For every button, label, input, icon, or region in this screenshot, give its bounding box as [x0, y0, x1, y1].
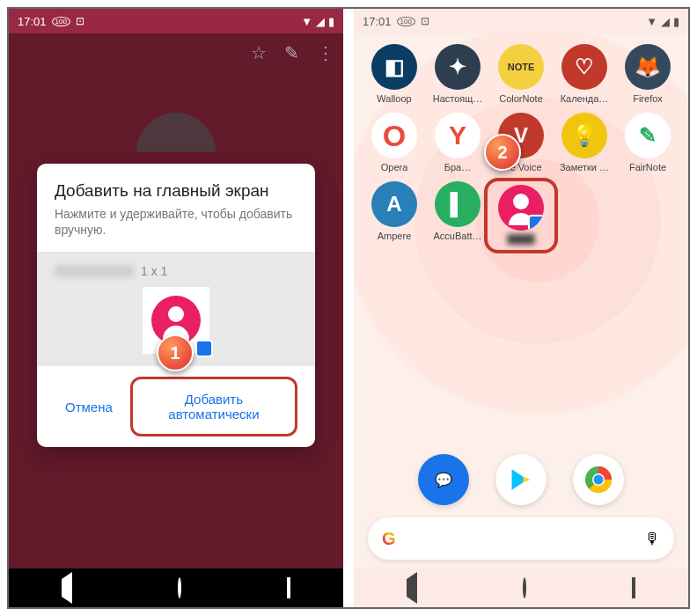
cancel-button[interactable]: Отмена	[55, 377, 123, 436]
nav-home-icon[interactable]	[523, 579, 526, 598]
google-search-bar[interactable]: G 🎙	[368, 517, 674, 560]
dock: 💬 G 🎙	[354, 454, 688, 568]
app-ampere[interactable]: AAmpere	[364, 181, 424, 248]
app-yandex[interactable]: YБра…	[428, 113, 488, 172]
nav-back-icon[interactable]	[62, 579, 72, 598]
status-bar: 17:01 100 ⊡ ▼ ◢ ▮	[9, 9, 343, 33]
nav-home-icon[interactable]	[178, 579, 181, 598]
age-badge-icon: 100	[52, 17, 70, 26]
step-marker-2: 2	[484, 134, 521, 171]
app-firefox[interactable]: 🦊Firefox	[618, 44, 678, 104]
dialog-subtitle: Нажмите и удерживайте, чтобы добавить вр…	[55, 206, 297, 238]
add-automatically-button[interactable]: Добавить автоматически	[140, 385, 288, 429]
tutorial-highlight-1: Добавить автоматически	[130, 377, 297, 436]
app-notes[interactable]: 💡Заметки …	[554, 113, 614, 172]
nav-bar	[354, 568, 688, 607]
app-contact-shortcut[interactable]: ████	[484, 178, 558, 253]
cast-icon: ⊡	[76, 15, 84, 27]
battery-icon: ▮	[673, 15, 679, 28]
status-bar: 17:01 100 ⊡ ▼ ◢ ▮	[354, 9, 688, 33]
nav-bar	[9, 568, 343, 607]
app-accubattery[interactable]: ▌AccuBatt…	[428, 181, 488, 248]
cast-icon: ⊡	[421, 15, 429, 27]
nav-recents-icon[interactable]	[287, 579, 290, 598]
age-badge-icon: 100	[397, 17, 415, 26]
app-calendar[interactable]: ♡Календа…	[554, 44, 614, 104]
signal-icon: ◢	[661, 15, 670, 28]
status-time: 17:01	[18, 15, 47, 28]
widget-name-blurred	[55, 265, 134, 277]
app-walloop[interactable]: ◧Walloop	[364, 44, 424, 104]
svg-point-4	[594, 475, 604, 485]
widget-size-label: 1 x 1	[141, 264, 167, 278]
step-marker-1: 1	[157, 334, 194, 371]
app-opera[interactable]: OOpera	[364, 113, 424, 172]
phone-left: 17:01 100 ⊡ ▼ ◢ ▮ ☆ ✎ ⋮ Добавить на глав…	[9, 9, 343, 607]
dialog-title: Добавить на главный экран	[55, 181, 297, 201]
app-nastoyash[interactable]: ✦Настоящ…	[428, 44, 488, 104]
wifi-icon: ▼	[646, 15, 657, 28]
dock-play-store[interactable]	[495, 454, 547, 505]
nav-recents-icon[interactable]	[632, 579, 635, 598]
contact-shortcut-label-blurred: ████	[507, 234, 534, 245]
signal-icon: ◢	[316, 15, 325, 28]
status-time: 17:01	[363, 15, 392, 28]
assistant-mic-icon[interactable]: 🎙	[644, 530, 660, 548]
google-g-icon: G	[382, 529, 396, 549]
contacts-app-badge-icon	[195, 340, 213, 357]
nav-back-icon[interactable]	[407, 579, 417, 598]
add-to-home-dialog: Добавить на главный экран Нажмите и удер…	[37, 164, 315, 447]
dock-chrome[interactable]	[573, 454, 624, 505]
app-fairnote[interactable]: ✎FairNote	[618, 113, 678, 172]
app-grid: ◧Walloop ✦Настоящ… NOTEColorNote ♡Календ…	[354, 44, 688, 248]
dock-messages[interactable]: 💬	[418, 454, 469, 505]
contacts-app-badge-icon	[528, 215, 544, 231]
wifi-icon: ▼	[301, 15, 312, 28]
app-colornote[interactable]: NOTEColorNote	[491, 44, 551, 104]
battery-icon: ▮	[328, 15, 334, 28]
phone-right: 17:01 100 ⊡ ▼ ◢ ▮ ◧Walloop ✦Настоящ… NOT…	[354, 9, 688, 607]
